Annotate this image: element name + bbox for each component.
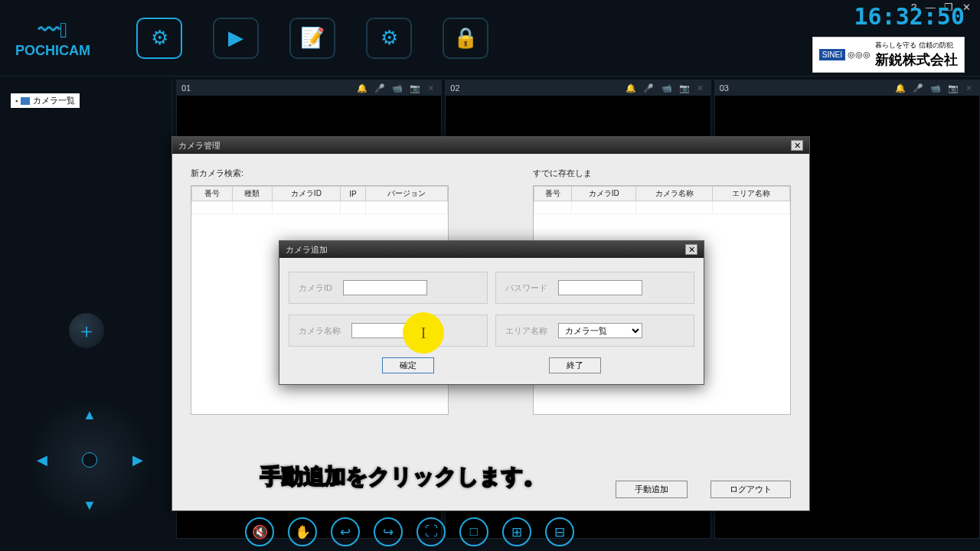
camera-id-label: カメラID [299, 282, 332, 294]
layout-1-button[interactable]: □ [459, 517, 488, 546]
dpad-disk: ▲ ▼ ◀ ▶ [31, 401, 149, 520]
exit-button[interactable]: 終了 [549, 357, 601, 373]
camera-add-dialog: カメラ追加 ✕ カメラID パスワード カメラ名称 エリア名称 カメラ一覧 [279, 240, 704, 385]
dpad-left[interactable]: ◀ [37, 452, 47, 468]
tree-root-label: カメラ一覧 [33, 95, 75, 106]
add-title: カメラ追加 [286, 244, 328, 256]
dpad-right[interactable]: ▶ [132, 452, 143, 468]
record-button[interactable]: ⚙ [136, 18, 182, 59]
logout-button[interactable]: ログアウト [710, 481, 791, 498]
existing-camera-label: すでに存在しま [533, 168, 791, 179]
logo-wave-icon: 〰︎𓆟 [15, 18, 90, 43]
confirm-button[interactable]: 確定 [382, 357, 434, 373]
mute-icon: 🔇 [252, 524, 268, 540]
fullscreen-button[interactable]: ⛶ [416, 517, 446, 546]
pane-number: 02 [450, 83, 626, 93]
lock-icon: 🔒 [453, 26, 478, 50]
bottom-toolbar: 🔇 ✋ ↩ ↪ ⛶ □ ⊞ ⊟ [245, 517, 574, 546]
cm-close-button[interactable]: ✕ [791, 140, 803, 151]
col-ip[interactable]: IP [340, 187, 365, 201]
area-name-label: エリア名称 [505, 325, 547, 337]
mute-button[interactable]: 🔇 [245, 517, 274, 546]
next-button[interactable]: ↪ [374, 517, 403, 546]
layout-9-button[interactable]: ⊟ [545, 517, 574, 546]
tutorial-caption: 手動追加をクリックします。 [260, 462, 545, 491]
manual-add-button[interactable]: 手動追加 [616, 481, 688, 498]
expand-icon: ⛶ [425, 524, 438, 540]
password-input[interactable] [558, 280, 642, 295]
camera-id-input[interactable] [343, 280, 427, 295]
add-titlebar[interactable]: カメラ追加 ✕ [279, 241, 704, 258]
play-icon: ▶ [228, 26, 243, 50]
dpad-down[interactable]: ▼ [83, 497, 96, 514]
camera-name-label: カメラ名称 [299, 325, 341, 337]
col-type[interactable]: 種類 [232, 187, 273, 201]
top-buttons: ⚙ ▶ 📝 ⚙ 🔒 [136, 18, 488, 59]
pane-number: 01 [181, 83, 357, 93]
ptz-dpad: ▲ ▼ ◀ ▶ [31, 401, 149, 520]
tree-minus-icon: ▪ [15, 97, 18, 105]
col-camera-id[interactable]: カメラID [572, 187, 636, 201]
prev-button[interactable]: ↩ [331, 517, 360, 546]
square-icon: □ [470, 524, 478, 540]
sinei-logo: SINEI [819, 49, 845, 60]
grid-9-icon: ⊟ [554, 524, 565, 540]
left-sidebar: ▪ カメラ一覧 ＋ ▲ ▼ ◀ ▶ [0, 80, 172, 513]
top-toolbar: 〰︎𓆟 POCHICAM ⚙ ▶ 📝 ⚙ 🔒 16:32:50 SINEI ◎◎… [0, 0, 980, 77]
camera-tree-root[interactable]: ▪ カメラ一覧 [11, 93, 80, 108]
note-edit-icon: 📝 [300, 26, 325, 50]
banner-company: 新鋭株式会社 [875, 51, 958, 69]
clock: 16:32:50 [854, 3, 965, 30]
hand-button[interactable]: ✋ [288, 517, 317, 546]
reel-icon: ⚙ [151, 26, 168, 50]
add-close-button[interactable]: ✕ [685, 244, 697, 255]
area-name-select[interactable]: カメラ一覧 [558, 323, 642, 338]
cm-titlebar[interactable]: カメラ管理 ✕ [172, 137, 809, 154]
password-label: パスワード [505, 282, 547, 294]
edit-button[interactable]: 📝 [289, 18, 335, 59]
folder-icon [21, 97, 30, 105]
dpad-center[interactable] [82, 452, 97, 468]
settings-button[interactable]: ⚙ [366, 18, 412, 59]
pane-number: 03 [720, 83, 895, 93]
hand-icon: ✋ [295, 524, 311, 540]
dpad-up[interactable]: ▲ [83, 407, 96, 423]
pane-icons[interactable]: 🔔 🎤 📹 📷 ✕ [895, 83, 975, 93]
brand-banner: SINEI ◎◎◎ 暮らしを守る 信頼の防犯 新鋭株式会社 [812, 37, 965, 73]
import-icon: ↪ [383, 524, 394, 540]
col-version[interactable]: バージョン [366, 187, 448, 201]
banner-tagline: 暮らしを守る 信頼の防犯 [875, 41, 958, 51]
add-camera-button[interactable]: ＋ [69, 313, 104, 348]
lock-button[interactable]: 🔒 [443, 18, 488, 59]
pane-icons[interactable]: 🔔 🎤 📹 📷 ✕ [626, 83, 705, 93]
play-button[interactable]: ▶ [213, 18, 259, 59]
grid-4-icon: ⊞ [511, 524, 522, 540]
app-logo: 〰︎𓆟 POCHICAM [15, 18, 90, 59]
app-name: POCHICAM [15, 43, 90, 58]
camera-name-input[interactable] [351, 323, 436, 338]
col-camera-id[interactable]: カメラID [273, 187, 341, 201]
banner-icons: ◎◎◎ [848, 50, 871, 59]
export-icon: ↩ [340, 524, 351, 540]
col-number[interactable]: 番号 [534, 187, 572, 201]
pane-icons[interactable]: 🔔 🎤 📹 📷 ✕ [357, 83, 436, 93]
gear-icon: ⚙ [381, 26, 398, 50]
col-camera-name[interactable]: カメラ名称 [635, 187, 713, 201]
layout-4-button[interactable]: ⊞ [502, 517, 531, 546]
col-number[interactable]: 番号 [192, 187, 233, 201]
cm-title: カメラ管理 [178, 140, 220, 152]
new-camera-search-label: 新カメラ検索: [191, 168, 449, 179]
plus-icon: ＋ [77, 318, 96, 344]
col-area-name[interactable]: エリア名称 [713, 187, 790, 201]
